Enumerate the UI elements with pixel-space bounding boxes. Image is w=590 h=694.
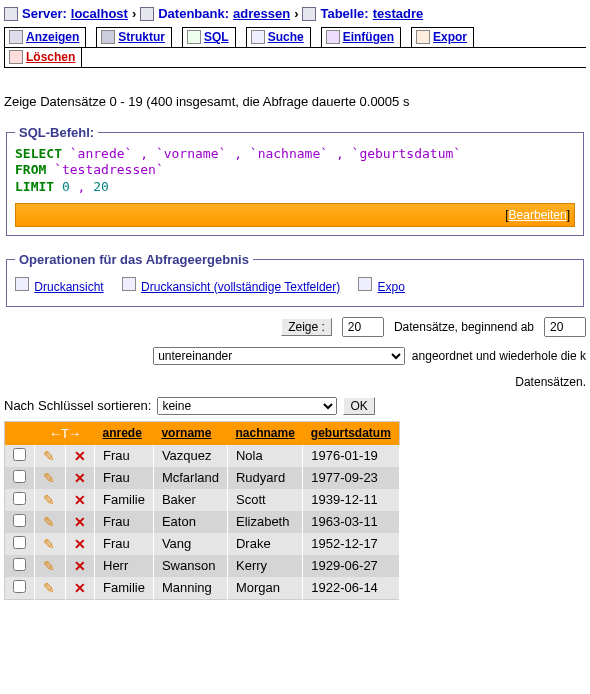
- th-toggle[interactable]: ←T→: [35, 421, 95, 445]
- th-vorname[interactable]: vorname: [153, 421, 227, 445]
- pencil-icon: [40, 489, 60, 509]
- delete-x-icon: ✕: [74, 536, 86, 552]
- row-checkbox-cell: [5, 489, 35, 511]
- sort-row: Nach Schlüssel sortieren: keine: [4, 397, 586, 415]
- cell-geburtsdatum: 1929-06-27: [303, 555, 400, 577]
- table-row: ✕FamilieManningMorgan1922-06-14: [5, 577, 400, 600]
- tab-browse[interactable]: Anzeigen: [4, 27, 86, 47]
- row-checkbox[interactable]: [13, 448, 26, 461]
- delete-x-icon: ✕: [74, 470, 86, 486]
- cell-vorname: Mcfarland: [153, 467, 227, 489]
- cell-geburtsdatum: 1963-03-11: [303, 511, 400, 533]
- th-nachname[interactable]: nachname: [227, 421, 302, 445]
- row-edit[interactable]: [35, 489, 66, 511]
- pencil-icon: [40, 533, 60, 553]
- tab-delete[interactable]: Löschen: [4, 47, 82, 67]
- nav-row-1: Datensätze, beginnend ab: [4, 317, 586, 337]
- ops-fieldset: Operationen für das Abfrageergebnis Druc…: [6, 252, 584, 307]
- row-delete[interactable]: ✕: [66, 511, 95, 533]
- kw-select: SELECT: [15, 146, 62, 161]
- row-checkbox[interactable]: [13, 492, 26, 505]
- sql-limit-sep: ,: [70, 179, 93, 194]
- th-vorname-link[interactable]: vorname: [161, 426, 211, 440]
- cell-vorname: Vazquez: [153, 445, 227, 467]
- tab-search[interactable]: Suche: [246, 27, 311, 47]
- row-delete[interactable]: ✕: [66, 555, 95, 577]
- row-checkbox-cell: [5, 555, 35, 577]
- row-checkbox[interactable]: [13, 536, 26, 549]
- sql-edit-link[interactable]: Bearbeiten: [509, 208, 567, 222]
- th-anrede-link[interactable]: anrede: [103, 426, 142, 440]
- row-edit[interactable]: [35, 511, 66, 533]
- cell-anrede: Frau: [95, 533, 154, 555]
- cell-vorname: Eaton: [153, 511, 227, 533]
- delete-x-icon: ✕: [74, 580, 86, 596]
- table-row: ✕FamilieBakerScott1939-12-11: [5, 489, 400, 511]
- row-delete[interactable]: ✕: [66, 533, 95, 555]
- delete-x-icon: ✕: [74, 492, 86, 508]
- bc-server-link[interactable]: localhost: [71, 6, 128, 21]
- cell-nachname: Rudyard: [227, 467, 302, 489]
- tab-sql[interactable]: SQL: [182, 27, 236, 47]
- table-row: ✕FrauVangDrake1952-12-17: [5, 533, 400, 555]
- search-icon: [251, 30, 265, 44]
- row-edit[interactable]: [35, 533, 66, 555]
- insert-icon: [326, 30, 340, 44]
- sql-icon: [187, 30, 201, 44]
- sort-select[interactable]: keine: [157, 397, 337, 415]
- rows-input[interactable]: [342, 317, 384, 337]
- tab-structure-label: Struktur: [118, 30, 165, 44]
- row-delete[interactable]: ✕: [66, 489, 95, 511]
- export-icon: [416, 30, 430, 44]
- tab-insert[interactable]: Einfügen: [321, 27, 401, 47]
- tab-search-label: Suche: [268, 30, 304, 44]
- row-checkbox[interactable]: [13, 558, 26, 571]
- tab-structure[interactable]: Struktur: [96, 27, 172, 47]
- tab-sql-label: SQL: [204, 30, 229, 44]
- ops-legend: Operationen für das Abfrageergebnis: [15, 252, 253, 267]
- sql-from: `testadressen`: [46, 162, 163, 177]
- mode-select[interactable]: untereinander: [153, 347, 405, 365]
- pencil-icon: [40, 577, 60, 597]
- row-delete[interactable]: ✕: [66, 445, 95, 467]
- row-checkbox[interactable]: [13, 470, 26, 483]
- sql-limit-a: 0: [62, 179, 70, 194]
- op-print-full[interactable]: Druckansicht (vollständige Textfelder): [122, 277, 341, 294]
- row-edit[interactable]: [35, 555, 66, 577]
- th-geburtsdatum-link[interactable]: geburtsdatum: [311, 426, 391, 440]
- print-icon: [15, 277, 29, 291]
- cell-geburtsdatum: 1976-01-19: [303, 445, 400, 467]
- row-delete[interactable]: ✕: [66, 577, 95, 600]
- op-print-link[interactable]: Druckansicht: [34, 280, 103, 294]
- op-export[interactable]: Expo: [358, 277, 405, 294]
- tab-export[interactable]: Expor: [411, 27, 474, 47]
- th-anrede[interactable]: anrede: [95, 421, 154, 445]
- table-row: ✕FrauEatonElizabeth1963-03-11: [5, 511, 400, 533]
- bc-db-link[interactable]: adressen: [233, 6, 290, 21]
- print-icon: [122, 277, 136, 291]
- op-print-full-link[interactable]: Druckansicht (vollständige Textfelder): [141, 280, 340, 294]
- browse-icon: [9, 30, 23, 44]
- pencil-icon: [40, 467, 60, 487]
- ok-button[interactable]: [343, 397, 374, 415]
- row-edit[interactable]: [35, 577, 66, 600]
- sql-legend: SQL-Befehl:: [15, 125, 98, 140]
- breadcrumb: Server: localhost › Datenbank: adressen …: [4, 6, 586, 21]
- start-input[interactable]: [544, 317, 586, 337]
- op-export-link[interactable]: Expo: [378, 280, 405, 294]
- cell-geburtsdatum: 1952-12-17: [303, 533, 400, 555]
- tabs-secondary: Löschen: [4, 47, 586, 68]
- row-checkbox[interactable]: [13, 580, 26, 593]
- row-edit[interactable]: [35, 467, 66, 489]
- th-geburtsdatum[interactable]: geburtsdatum: [303, 421, 400, 445]
- tabs-primary: Anzeigen Struktur SQL Suche Einfügen Exp…: [4, 27, 586, 48]
- row-edit[interactable]: [35, 445, 66, 467]
- th-nachname-link[interactable]: nachname: [235, 426, 294, 440]
- row-delete[interactable]: ✕: [66, 467, 95, 489]
- table-row: ✕HerrSwansonKerry1929-06-27: [5, 555, 400, 577]
- nav-text-rows: Datensätze, beginnend ab: [394, 320, 534, 334]
- show-button[interactable]: [281, 318, 332, 336]
- row-checkbox[interactable]: [13, 514, 26, 527]
- op-print[interactable]: Druckansicht: [15, 277, 104, 294]
- bc-table-link[interactable]: testadre: [373, 6, 424, 21]
